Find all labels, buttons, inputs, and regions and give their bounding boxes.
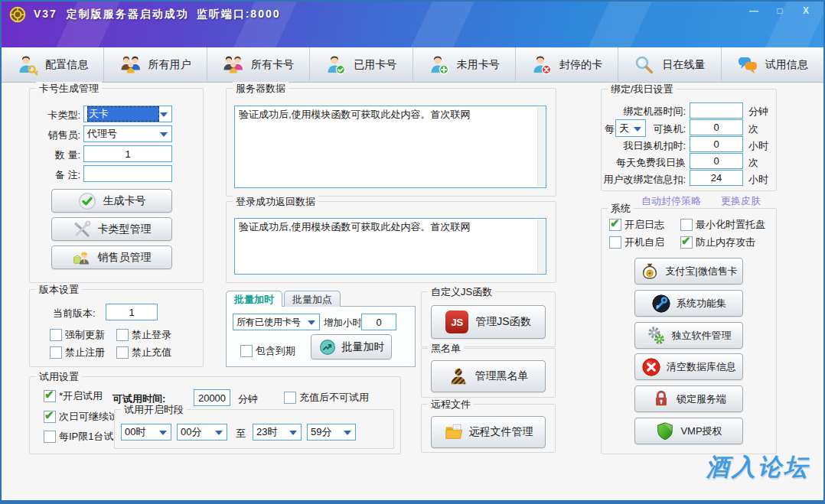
trial-start-minute-select[interactable]: 00分 (177, 424, 227, 441)
close-button[interactable]: X (796, 4, 816, 18)
salesman-select[interactable]: 代理号 (83, 125, 172, 142)
auto-ban-policy-link[interactable]: 自动封停策略 (641, 194, 701, 208)
auto-start-checkbox[interactable]: 开机自启 (609, 236, 664, 249)
maximize-button[interactable]: □ (770, 4, 790, 18)
toolbar-trial-info-button[interactable]: 试用信息 (722, 47, 823, 82)
change-skin-link[interactable]: 更换皮肤 (721, 194, 761, 208)
remark-label: 备 注: (31, 168, 80, 182)
pay-sell-cards-button[interactable]: 支付宝|微信售卡 (634, 258, 743, 285)
user-check-icon (325, 54, 347, 76)
include-expired-checkbox[interactable]: 包含到期 (240, 344, 295, 358)
batch-scope-select[interactable]: 所有已使用卡号 (233, 314, 320, 330)
checkbox-box[interactable] (116, 346, 129, 359)
checkbox-box[interactable] (50, 329, 62, 341)
toolbar-banned-cards-button[interactable]: 封停的卡 (516, 47, 618, 82)
toolbar-daily-online-button[interactable]: 日在线量 (618, 47, 721, 82)
no-trial-after-recharge-checkbox[interactable]: 充值后不可试用 (284, 391, 369, 405)
checkbox-box[interactable] (680, 219, 693, 231)
checkbox-label: *开启试用 (59, 389, 103, 403)
lock-icon (651, 389, 671, 409)
group-title: 绑定/我日设置 (608, 83, 677, 96)
swap-deduct-label: 我日换机扣时: (623, 139, 686, 153)
salesman-manage-button[interactable]: 销售员管理 (51, 245, 172, 269)
minimize-button[interactable]: — (744, 4, 764, 18)
prevent-memory-attack-checkbox[interactable]: 防止内存攻击 (680, 236, 755, 249)
checkbox-box[interactable] (609, 236, 621, 249)
bind-time-input[interactable] (690, 102, 743, 119)
swap-deduct-input[interactable] (690, 136, 743, 152)
batch-tab-panel: 所有已使用卡号 增加小时: 包含到期 批量加时 (226, 306, 416, 367)
folder-icon (444, 422, 464, 442)
swap-count-input[interactable] (690, 119, 743, 135)
manage-js-button[interactable]: JS 管理JS函数 (431, 305, 546, 339)
scrollbar[interactable] (537, 107, 545, 187)
trial-end-hour-select[interactable]: 23时 (253, 424, 302, 441)
enable-trial-checkbox[interactable]: *开启试用 (44, 389, 103, 403)
remark-input[interactable] (83, 165, 172, 182)
batch-apply-button[interactable]: 批量加时 (311, 334, 392, 359)
group-title: 自定义JS函数 (428, 285, 495, 299)
button-label: 卡类型管理 (98, 223, 152, 236)
checkbox-box[interactable] (680, 236, 693, 249)
scrollbar[interactable] (537, 219, 545, 273)
swap-deduct-unit: 小时 (748, 139, 768, 153)
app-window: V37 定制版服务器启动成功 监听端口:8000 — □ X 配置信息 所有用户… (0, 0, 825, 504)
toolbar-unused-cards-button[interactable]: 未用卡号 (413, 47, 516, 82)
free-swap-input[interactable] (690, 153, 743, 169)
button-label: 销售员管理 (98, 251, 152, 265)
card-type-select[interactable]: 天卡 (83, 106, 172, 122)
standalone-software-button[interactable]: 独立软件管理 (634, 322, 743, 349)
add-hours-input[interactable] (361, 314, 396, 330)
per-unit-select[interactable]: 天 (615, 119, 646, 137)
limit-per-ip-checkbox[interactable]: 每IP限1台试用 (44, 430, 124, 444)
toolbar-all-cards-button[interactable]: 所有卡号 (207, 47, 310, 82)
checkbox-box[interactable] (44, 431, 56, 443)
minimize-to-tray-checkbox[interactable]: 最小化时置托盘 (680, 218, 765, 232)
checkbox-box[interactable] (44, 390, 56, 402)
toolbar-all-users-button[interactable]: 所有用户 (104, 47, 207, 82)
group-title: 服务器数据 (233, 82, 289, 96)
card-type-label: 卡类型: (31, 109, 80, 122)
tab-batch-add-points[interactable]: 批量加点 (284, 291, 341, 307)
checkbox-box[interactable] (116, 329, 129, 341)
checkbox-box[interactable] (44, 411, 56, 423)
lock-server-button[interactable]: 锁定服务端 (634, 385, 743, 412)
checkbox-box[interactable] (240, 345, 253, 357)
current-version-input[interactable] (106, 304, 158, 320)
clear-database-button[interactable]: 清空数据库信息 (634, 353, 743, 380)
quantity-input[interactable] (83, 145, 172, 162)
toolbar-used-cards-button[interactable]: 已用卡号 (310, 47, 412, 82)
magnifier-icon (634, 54, 655, 76)
quantity-label: 数 量: (31, 148, 80, 162)
manage-blacklist-button[interactable]: 管理黑名单 (431, 360, 546, 392)
force-update-checkbox[interactable]: 强制更新 (50, 328, 105, 342)
toolbar: 配置信息 所有用户 所有卡号 已用卡号 未用卡号 封停的卡 日在线量 试用信息 (2, 47, 823, 83)
check-circle-icon (78, 192, 96, 210)
tab-batch-add-time[interactable]: 批量加时 (226, 291, 282, 307)
checkbox-box[interactable] (609, 219, 621, 231)
remote-files-button[interactable]: 远程文件管理 (431, 416, 546, 448)
server-data-textarea[interactable]: 验证成功后,使用模块函数可获取此处内容。首次联网 (234, 106, 546, 188)
login-return-textarea[interactable]: 验证成功后,使用模块函数可获取此处内容。首次联网 (234, 218, 546, 275)
rebind-deduct-unit: 小时 (748, 173, 768, 187)
rebind-deduct-input[interactable] (690, 170, 743, 186)
card-type-manage-button[interactable]: 卡类型管理 (51, 217, 172, 241)
generate-cards-button[interactable]: 生成卡号 (51, 189, 172, 213)
chevron-down-icon (215, 431, 223, 435)
system-functions-button[interactable]: 系统功能集 (634, 290, 743, 317)
trial-end-minute-select[interactable]: 59分 (307, 424, 356, 441)
button-label: 系统功能集 (677, 297, 726, 311)
forbid-recharge-checkbox[interactable]: 禁止充值 (116, 346, 171, 359)
trial-settings-group: 试用设置 *开启试用 次日可继续试用 每IP限1台试用 可试用时间: 分钟 充值… (29, 376, 401, 454)
trial-time-input[interactable] (194, 389, 230, 406)
enable-log-checkbox[interactable]: 开启日志 (609, 218, 664, 232)
button-label: VMP授权 (680, 424, 722, 438)
checkbox-box[interactable] (284, 392, 296, 404)
trial-start-hour-select[interactable]: 00时 (121, 424, 171, 441)
forbid-register-checkbox[interactable]: 禁止注册 (50, 346, 105, 359)
vmp-auth-button[interactable]: VMP授权 (634, 418, 743, 444)
forbid-login-checkbox[interactable]: 禁止登录 (116, 328, 171, 342)
toolbar-button-label: 封停的卡 (559, 58, 602, 72)
checkbox-box[interactable] (50, 346, 62, 359)
toolbar-config-button[interactable]: 配置信息 (2, 47, 104, 82)
